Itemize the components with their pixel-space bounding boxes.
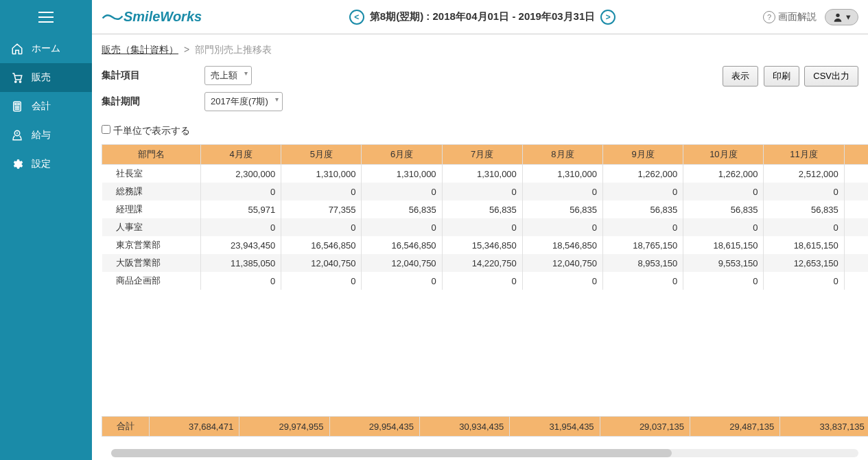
svg-point-0 [15, 81, 16, 82]
table-row: 東京営業部23,943,45016,546,85016,546,85015,34… [102, 236, 869, 254]
table-row: 商品企画部00000000 [102, 272, 869, 290]
total-label: 合計 [102, 417, 150, 437]
help-icon: ? [763, 11, 775, 23]
aggregation-label: 集計項目 [102, 69, 204, 82]
action-buttons: 表示 印刷 CSV出力 [720, 66, 858, 87]
svg-point-9 [19, 108, 19, 109]
brand-logo[interactable]: SmileWorks [102, 9, 202, 25]
filters: 集計項目 売上額 集計期間 2017年度(7期) 表示 印刷 CSV出力 [92, 66, 868, 125]
svg-point-6 [19, 106, 19, 107]
sidebar: ホーム 販売 会計 ¥ 給与 設定 [0, 0, 92, 460]
print-button[interactable]: 印刷 [764, 66, 799, 87]
sidebar-item-settings[interactable]: 設定 [0, 150, 92, 179]
table-row: 社長室2,300,0001,310,0001,310,0001,310,0001… [102, 165, 869, 183]
nav-label: ホーム [32, 43, 60, 55]
nav-label: 会計 [32, 100, 51, 113]
svg-point-7 [15, 108, 16, 109]
nav-label: 設定 [32, 158, 51, 170]
period-selector: < 第8期(翌期) : 2018年04月01日 - 2019年03月31日 > [349, 10, 615, 25]
period-prev-button[interactable]: < [349, 10, 364, 25]
calculator-icon [11, 100, 25, 113]
svg-point-4 [15, 106, 16, 107]
logo-icon [102, 10, 124, 24]
period-select[interactable]: 2017年度(7期) [204, 92, 283, 111]
header: SmileWorks < 第8期(翌期) : 2018年04月01日 - 201… [92, 0, 868, 34]
table-row: 大阪営業部11,385,05012,040,75012,040,75014,22… [102, 254, 869, 272]
table-row: 経理課55,97177,35556,83556,83556,83556,8355… [102, 200, 869, 218]
svg-rect-3 [15, 104, 19, 105]
help-link[interactable]: ? 画面解説 [763, 11, 817, 23]
sidebar-item-home[interactable]: ホーム [0, 34, 92, 63]
svg-point-1 [19, 81, 21, 82]
svg-point-8 [16, 108, 17, 109]
thousands-checkbox[interactable] [102, 125, 110, 134]
home-icon [11, 43, 25, 55]
col-month: 12月 [844, 145, 868, 165]
svg-point-12 [836, 13, 839, 16]
table-container: 部門名4月度5月度6月度7月度8月度9月度10月度11月度12月 社長室2,30… [92, 144, 868, 460]
main-content: SmileWorks < 第8期(翌期) : 2018年04月01日 - 201… [92, 0, 868, 460]
svg-point-5 [16, 106, 17, 107]
report-table: 部門名4月度5月度6月度7月度8月度9月度10月度11月度12月 社長室2,30… [102, 144, 868, 290]
thousands-toggle: 千単位で表示する [92, 125, 868, 144]
col-month: 4月度 [200, 145, 281, 165]
user-menu[interactable]: ▾ [825, 9, 858, 25]
aggregation-select[interactable]: 売上額 [204, 66, 252, 85]
col-month: 11月度 [764, 145, 844, 165]
breadcrumb: 販売（集計資料） > 部門別売上推移表 [92, 34, 868, 66]
totals-table: 合計37,684,47129,974,95529,954,43530,934,4… [102, 416, 868, 437]
col-month: 10月度 [683, 145, 764, 165]
display-button[interactable]: 表示 [723, 66, 758, 87]
user-icon [832, 12, 843, 23]
breadcrumb-current: 部門別売上推移表 [195, 44, 272, 55]
table-row: 総務課00000000 [102, 183, 869, 200]
table-row: 人事室00000000 [102, 218, 869, 236]
yen-icon: ¥ [11, 129, 25, 141]
cart-icon [11, 71, 25, 84]
col-month: 8月度 [522, 145, 602, 165]
period-text: 第8期(翌期) : 2018年04月01日 - 2019年03月31日 [370, 10, 595, 23]
svg-text:¥: ¥ [16, 131, 19, 135]
hamburger-icon [38, 12, 54, 23]
horizontal-scrollbar[interactable] [111, 449, 858, 457]
col-month: 7月度 [442, 145, 522, 165]
sidebar-item-sales[interactable]: 販売 [0, 63, 92, 92]
gear-icon [11, 158, 25, 170]
sidebar-item-payroll[interactable]: ¥ 給与 [0, 121, 92, 150]
period-next-button[interactable]: > [600, 10, 615, 25]
breadcrumb-parent[interactable]: 販売（集計資料） [102, 44, 178, 55]
col-month: 9月度 [603, 145, 683, 165]
chevron-down-icon: ▾ [846, 12, 851, 22]
col-month: 6月度 [362, 145, 442, 165]
col-dept: 部門名 [102, 145, 201, 165]
sidebar-item-accounting[interactable]: 会計 [0, 92, 92, 121]
nav-label: 給与 [32, 129, 51, 141]
hamburger-menu[interactable] [0, 0, 92, 34]
col-month: 5月度 [281, 145, 362, 165]
csv-export-button[interactable]: CSV出力 [804, 66, 858, 87]
period-label: 集計期間 [102, 95, 204, 108]
nav-label: 販売 [32, 71, 51, 84]
